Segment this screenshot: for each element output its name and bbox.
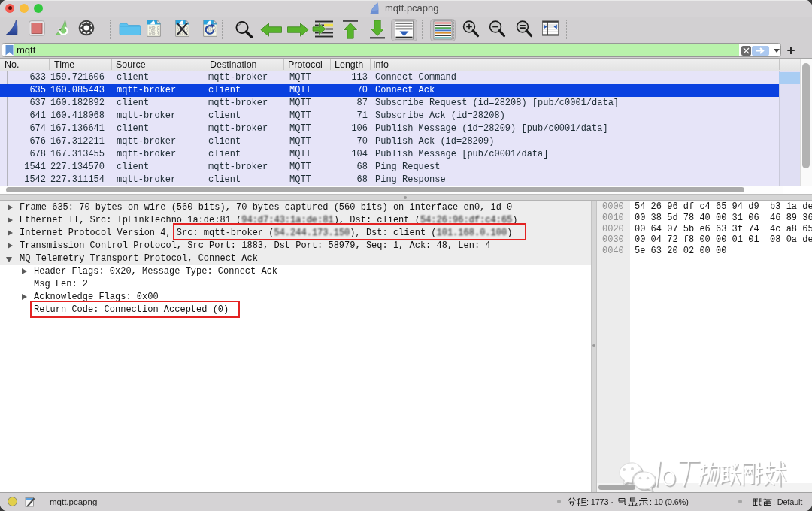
- svg-text:01011: 01011: [149, 32, 159, 35]
